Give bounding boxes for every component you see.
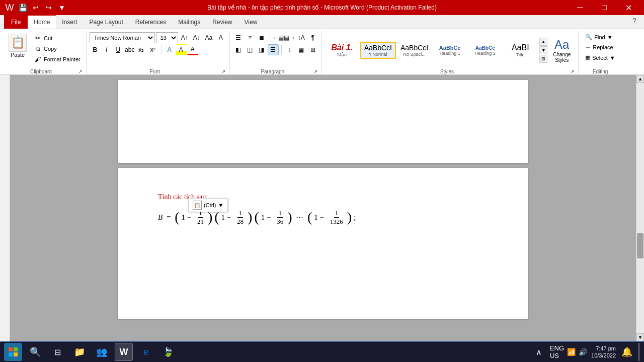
styles-scroll-up-button[interactable]: ▲	[539, 38, 547, 46]
line-spacing-button[interactable]: ↕	[284, 44, 295, 55]
shading-button[interactable]: ▦	[296, 44, 307, 55]
tab-review[interactable]: Review	[206, 15, 238, 29]
justify-button[interactable]: ☰	[268, 44, 279, 55]
grow-font-button[interactable]: A↑	[179, 32, 190, 43]
svg-rect-2	[9, 352, 13, 356]
copy-button[interactable]: ⧉ Copy	[31, 44, 83, 54]
numbering-button[interactable]: ≡	[245, 32, 256, 43]
style-mau[interactable]: Bài 1. Mẫu	[325, 42, 359, 59]
paste-button[interactable]: 📋 Paste	[5, 32, 30, 59]
paste-tooltip[interactable]: 📋 (Ctrl) ▼	[188, 198, 228, 212]
change-styles-button[interactable]: Aa ChangeStyles	[548, 35, 575, 65]
clock[interactable]: 7:47 pm 10/3/2022	[591, 345, 616, 359]
format-painter-button[interactable]: 🖌 Format Painter	[31, 54, 83, 64]
start-button[interactable]	[4, 343, 22, 361]
align-right-button[interactable]: ◨	[256, 44, 267, 55]
ribbon-content: 📋 Paste ✂ Cut ⧉ Copy 🖌 Format Painter	[0, 29, 644, 74]
tab-references[interactable]: References	[129, 15, 172, 29]
clipboard-expand-button[interactable]: ↗	[77, 68, 83, 74]
tab-mailings[interactable]: Mailings	[172, 15, 206, 29]
show-desktop-button[interactable]	[638, 343, 640, 361]
sort-button[interactable]: ↕A	[296, 32, 307, 43]
styles-gallery: Bài 1. Mẫu AaBbCcI ¶ Normal AaBbCcI No S…	[325, 42, 538, 59]
show-hidden-icons-button[interactable]: ∧	[532, 345, 546, 359]
text-highlight-button[interactable]: A	[176, 44, 187, 55]
decrease-indent-button[interactable]: ←▤	[273, 32, 284, 43]
vertical-scrollbar[interactable]: ▲ ▼	[636, 75, 644, 341]
task-view-button[interactable]: ⊟	[48, 343, 66, 361]
paragraph-expand-button[interactable]: ↗	[312, 68, 318, 74]
align-center-button[interactable]: ◫	[245, 44, 256, 55]
replace-button[interactable]: ↔ Replace	[582, 43, 618, 52]
teams-button[interactable]: 👥	[93, 343, 111, 361]
italic-button[interactable]: I	[101, 44, 112, 55]
find-button[interactable]: 🔍 Find ▼	[582, 32, 618, 42]
show-hide-button[interactable]: ¶	[307, 32, 318, 43]
tab-insert[interactable]: Insert	[56, 15, 83, 29]
tab-file[interactable]: File	[4, 15, 28, 29]
style-title[interactable]: AaBI Title	[503, 42, 537, 59]
underline-button[interactable]: U	[113, 44, 124, 55]
file-explorer-taskbar-button[interactable]: 📁	[70, 343, 89, 361]
save-button[interactable]: 💾	[17, 2, 28, 13]
find-dropdown-icon: ▼	[607, 34, 613, 40]
scroll-thumb[interactable]	[637, 233, 643, 258]
shrink-font-button[interactable]: A↓	[191, 32, 202, 43]
text-effects-button[interactable]: A	[164, 44, 175, 55]
word-taskbar-button[interactable]: W	[115, 343, 133, 361]
undo-button[interactable]: ↩	[30, 2, 41, 13]
tab-home[interactable]: Home	[28, 15, 56, 29]
edge-button[interactable]: e	[137, 343, 155, 361]
increase-indent-button[interactable]: ▤→	[284, 32, 295, 43]
maximize-button[interactable]: □	[593, 0, 616, 15]
style-no-spacing[interactable]: AaBbCcI No Spaci...	[397, 42, 432, 58]
font-expand-button[interactable]: ↗	[220, 68, 226, 74]
style-normal[interactable]: AaBbCcI ¶ Normal	[360, 42, 396, 59]
change-styles-label: ChangeStyles	[553, 52, 571, 63]
style-heading2[interactable]: AaBbCc Heading 2	[468, 44, 502, 57]
change-case-button[interactable]: Aa	[203, 32, 214, 43]
styles-scroll-down-button[interactable]: ▼	[539, 46, 547, 54]
document-scroll-area[interactable]: Tính các tích sau: 📋 (Ctrl) ▼ B = ( 1 − …	[10, 75, 636, 341]
clear-format-button[interactable]: A	[215, 32, 226, 43]
search-taskbar-icon: 🔍	[30, 346, 41, 357]
redo-button[interactable]: ↪	[43, 2, 54, 13]
bullets-button[interactable]: ☰	[233, 32, 244, 43]
paren-close-3: )	[287, 210, 292, 224]
style-title-label: Title	[516, 52, 525, 57]
close-button[interactable]: ✕	[617, 0, 640, 15]
superscript-button[interactable]: x²	[147, 44, 158, 55]
bold-button[interactable]: B	[90, 44, 101, 55]
select-button[interactable]: ▦ Select ▼	[582, 53, 618, 62]
cut-label: Cut	[44, 35, 52, 41]
tab-page-layout[interactable]: Page Layout	[83, 15, 129, 29]
scroll-track[interactable]	[636, 83, 644, 333]
strikethrough-button[interactable]: abc	[124, 44, 135, 55]
borders-button[interactable]: ⊞	[307, 44, 318, 55]
styles-expand-dialog-button[interactable]: ↗	[569, 68, 575, 74]
copy-label: Copy	[44, 46, 57, 52]
minimize-button[interactable]: ─	[569, 0, 592, 15]
font-color-button[interactable]: A	[187, 44, 198, 55]
subscript-button[interactable]: x₂	[136, 44, 147, 55]
clipboard-group-label-row: Clipboard ↗	[5, 68, 83, 74]
tab-view[interactable]: View	[238, 15, 264, 29]
font-name-select[interactable]: Times New Roman	[90, 32, 155, 43]
help-button[interactable]: ?	[629, 15, 640, 26]
font-size-select[interactable]: 13	[156, 32, 178, 43]
para-list-row: ☰ ≡ ≣ ←▤ ▤→ ↕A ¶	[233, 32, 318, 43]
align-left-button[interactable]: ◧	[233, 44, 244, 55]
cut-button[interactable]: ✂ Cut	[31, 33, 83, 43]
styles-expand-button[interactable]: ⊞	[539, 55, 547, 63]
scroll-down-button[interactable]: ▼	[636, 333, 644, 341]
multilevel-list-button[interactable]: ≣	[256, 32, 267, 43]
app-button[interactable]: 🍃	[159, 343, 177, 361]
notification-button[interactable]: 🔔	[620, 345, 634, 359]
style-heading1[interactable]: AaBbCc Heading 1	[433, 43, 467, 57]
time: 7:47 pm	[591, 345, 616, 352]
customize-qat-button[interactable]: ▼	[56, 2, 67, 13]
search-taskbar-button[interactable]: 🔍	[26, 343, 44, 361]
scroll-up-button[interactable]: ▲	[636, 75, 644, 83]
windows-logo-icon	[8, 347, 18, 357]
paragraph-group-label-row: Paragraph ↗	[233, 68, 318, 74]
